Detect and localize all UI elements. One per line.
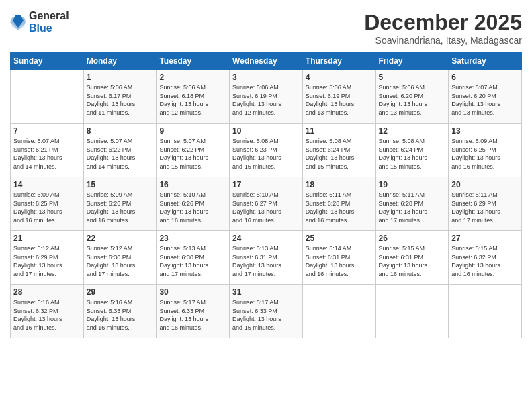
col-tuesday: Tuesday — [157, 53, 230, 70]
calendar-cell: 26Sunrise: 5:15 AM Sunset: 6:31 PM Dayli… — [375, 231, 449, 285]
day-info: Sunrise: 5:15 AM Sunset: 6:31 PM Dayligh… — [379, 244, 446, 278]
day-info: Sunrise: 5:06 AM Sunset: 6:19 PM Dayligh… — [306, 83, 373, 117]
page-header: General Blue December 2025 Soavinandrian… — [10, 10, 522, 46]
col-wednesday: Wednesday — [230, 53, 303, 70]
calendar-cell: 15Sunrise: 5:09 AM Sunset: 6:26 PM Dayli… — [83, 177, 157, 231]
calendar-cell: 29Sunrise: 5:16 AM Sunset: 6:33 PM Dayli… — [83, 285, 157, 338]
day-number: 23 — [159, 234, 226, 243]
day-number: 21 — [13, 234, 81, 243]
day-info: Sunrise: 5:07 AM Sunset: 6:20 PM Dayligh… — [451, 83, 519, 117]
calendar-week-4: 21Sunrise: 5:12 AM Sunset: 6:29 PM Dayli… — [11, 231, 522, 285]
day-number: 8 — [87, 126, 154, 136]
calendar-cell — [302, 285, 375, 338]
calendar-cell: 22Sunrise: 5:12 AM Sunset: 6:30 PM Dayli… — [83, 231, 157, 285]
day-info: Sunrise: 5:07 AM Sunset: 6:22 PM Dayligh… — [87, 137, 154, 171]
calendar-cell: 16Sunrise: 5:10 AM Sunset: 6:26 PM Dayli… — [157, 177, 230, 231]
day-info: Sunrise: 5:07 AM Sunset: 6:22 PM Dayligh… — [159, 137, 226, 171]
day-number: 1 — [87, 73, 154, 82]
calendar-cell — [11, 70, 84, 124]
day-number: 14 — [13, 180, 81, 189]
col-friday: Friday — [375, 53, 449, 70]
calendar-cell: 9Sunrise: 5:07 AM Sunset: 6:22 PM Daylig… — [157, 124, 230, 177]
month-year: December 2025 — [364, 10, 522, 35]
day-info: Sunrise: 5:13 AM Sunset: 6:30 PM Dayligh… — [159, 244, 226, 278]
col-sunday: Sunday — [11, 53, 84, 70]
calendar-cell: 19Sunrise: 5:11 AM Sunset: 6:28 PM Dayli… — [375, 177, 449, 231]
calendar-week-2: 7Sunrise: 5:07 AM Sunset: 6:21 PM Daylig… — [11, 124, 522, 177]
calendar-cell — [375, 285, 449, 338]
day-info: Sunrise: 5:06 AM Sunset: 6:18 PM Dayligh… — [159, 83, 226, 117]
day-info: Sunrise: 5:15 AM Sunset: 6:32 PM Dayligh… — [451, 244, 519, 278]
day-info: Sunrise: 5:16 AM Sunset: 6:33 PM Dayligh… — [87, 298, 154, 332]
day-info: Sunrise: 5:17 AM Sunset: 6:33 PM Dayligh… — [232, 298, 300, 332]
day-info: Sunrise: 5:10 AM Sunset: 6:26 PM Dayligh… — [159, 191, 226, 224]
days-of-week-row: Sunday Monday Tuesday Wednesday Thursday… — [11, 53, 522, 70]
col-thursday: Thursday — [302, 53, 375, 70]
calendar-cell: 24Sunrise: 5:13 AM Sunset: 6:31 PM Dayli… — [230, 231, 303, 285]
day-info: Sunrise: 5:13 AM Sunset: 6:31 PM Dayligh… — [232, 244, 300, 278]
day-number: 30 — [159, 287, 226, 297]
logo-text: General Blue — [29, 10, 69, 34]
calendar-cell: 1Sunrise: 5:06 AM Sunset: 6:17 PM Daylig… — [83, 70, 157, 124]
calendar-cell: 4Sunrise: 5:06 AM Sunset: 6:19 PM Daylig… — [302, 70, 375, 124]
day-info: Sunrise: 5:09 AM Sunset: 6:26 PM Dayligh… — [87, 191, 154, 224]
day-info: Sunrise: 5:09 AM Sunset: 6:25 PM Dayligh… — [451, 137, 519, 171]
day-number: 25 — [306, 234, 373, 243]
logo-general: General — [29, 10, 69, 22]
calendar-cell: 12Sunrise: 5:08 AM Sunset: 6:24 PM Dayli… — [375, 124, 449, 177]
day-number: 5 — [379, 73, 446, 82]
location: Soavinandriana, Itasy, Madagascar — [364, 35, 522, 46]
day-info: Sunrise: 5:09 AM Sunset: 6:25 PM Dayligh… — [13, 191, 81, 224]
day-info: Sunrise: 5:07 AM Sunset: 6:21 PM Dayligh… — [13, 137, 81, 171]
calendar-cell: 23Sunrise: 5:13 AM Sunset: 6:30 PM Dayli… — [157, 231, 230, 285]
day-number: 20 — [451, 180, 519, 189]
day-info: Sunrise: 5:08 AM Sunset: 6:24 PM Dayligh… — [306, 137, 373, 171]
day-number: 19 — [379, 180, 446, 189]
calendar-body: 1Sunrise: 5:06 AM Sunset: 6:17 PM Daylig… — [11, 70, 522, 338]
day-info: Sunrise: 5:12 AM Sunset: 6:29 PM Dayligh… — [13, 244, 81, 278]
day-number: 28 — [13, 287, 81, 297]
day-number: 17 — [232, 180, 300, 189]
calendar-cell: 5Sunrise: 5:06 AM Sunset: 6:20 PM Daylig… — [375, 70, 449, 124]
day-info: Sunrise: 5:14 AM Sunset: 6:31 PM Dayligh… — [306, 244, 373, 278]
day-number: 27 — [451, 234, 519, 243]
calendar-cell: 7Sunrise: 5:07 AM Sunset: 6:21 PM Daylig… — [11, 124, 84, 177]
day-number: 10 — [232, 126, 300, 136]
calendar-header: Sunday Monday Tuesday Wednesday Thursday… — [11, 53, 522, 70]
col-monday: Monday — [83, 53, 157, 70]
day-info: Sunrise: 5:06 AM Sunset: 6:19 PM Dayligh… — [232, 83, 300, 117]
day-info: Sunrise: 5:08 AM Sunset: 6:23 PM Dayligh… — [232, 137, 300, 171]
calendar-week-1: 1Sunrise: 5:06 AM Sunset: 6:17 PM Daylig… — [11, 70, 522, 124]
calendar-week-5: 28Sunrise: 5:16 AM Sunset: 6:32 PM Dayli… — [11, 285, 522, 338]
calendar-cell: 31Sunrise: 5:17 AM Sunset: 6:33 PM Dayli… — [230, 285, 303, 338]
day-number: 22 — [87, 234, 154, 243]
day-number: 18 — [306, 180, 373, 189]
calendar-cell: 20Sunrise: 5:11 AM Sunset: 6:29 PM Dayli… — [449, 177, 522, 231]
day-number: 11 — [306, 126, 373, 136]
calendar-cell: 25Sunrise: 5:14 AM Sunset: 6:31 PM Dayli… — [302, 231, 375, 285]
calendar-cell: 3Sunrise: 5:06 AM Sunset: 6:19 PM Daylig… — [230, 70, 303, 124]
calendar-cell: 21Sunrise: 5:12 AM Sunset: 6:29 PM Dayli… — [11, 231, 84, 285]
logo-blue: Blue — [29, 22, 69, 34]
calendar-cell: 10Sunrise: 5:08 AM Sunset: 6:23 PM Dayli… — [230, 124, 303, 177]
day-number: 26 — [379, 234, 446, 243]
calendar-cell: 6Sunrise: 5:07 AM Sunset: 6:20 PM Daylig… — [449, 70, 522, 124]
calendar-table: Sunday Monday Tuesday Wednesday Thursday… — [10, 52, 522, 338]
day-info: Sunrise: 5:10 AM Sunset: 6:27 PM Dayligh… — [232, 191, 300, 224]
logo: General Blue — [10, 10, 69, 34]
day-number: 13 — [451, 126, 519, 136]
calendar-cell: 28Sunrise: 5:16 AM Sunset: 6:32 PM Dayli… — [11, 285, 84, 338]
day-info: Sunrise: 5:17 AM Sunset: 6:33 PM Dayligh… — [159, 298, 226, 332]
day-number: 24 — [232, 234, 300, 243]
day-info: Sunrise: 5:11 AM Sunset: 6:29 PM Dayligh… — [451, 191, 519, 224]
day-info: Sunrise: 5:08 AM Sunset: 6:24 PM Dayligh… — [379, 137, 446, 171]
day-number: 2 — [159, 73, 226, 82]
calendar-cell — [449, 285, 522, 338]
logo-icon — [10, 13, 26, 32]
day-info: Sunrise: 5:06 AM Sunset: 6:20 PM Dayligh… — [379, 83, 446, 117]
calendar-cell: 14Sunrise: 5:09 AM Sunset: 6:25 PM Dayli… — [11, 177, 84, 231]
calendar-cell: 17Sunrise: 5:10 AM Sunset: 6:27 PM Dayli… — [230, 177, 303, 231]
calendar-cell: 30Sunrise: 5:17 AM Sunset: 6:33 PM Dayli… — [157, 285, 230, 338]
calendar-cell: 13Sunrise: 5:09 AM Sunset: 6:25 PM Dayli… — [449, 124, 522, 177]
day-number: 3 — [232, 73, 300, 82]
